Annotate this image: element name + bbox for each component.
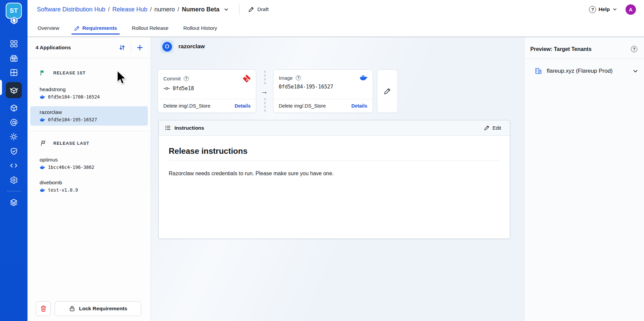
selected-app-title: razorclaw [178, 43, 205, 50]
help-button[interactable]: Help [589, 6, 618, 13]
group-divider [29, 131, 150, 131]
app-tag-text: test-v1.0.9 [48, 187, 78, 193]
release-instructions-text: Razorclaw needs credentials to run. Plea… [169, 170, 500, 178]
tenant-row-flareup[interactable]: flareup.xyz (Flareup Prod) [525, 59, 644, 75]
code-icon[interactable] [6, 161, 22, 170]
trash-icon [40, 305, 47, 312]
tab-overview[interactable]: Overview [37, 21, 60, 36]
tab-rollout-release[interactable]: Rollout Release [131, 21, 169, 36]
image-help-icon[interactable] [296, 75, 301, 80]
section-label-text: RELEASE LAST [53, 141, 89, 146]
applications-count: 4 Applications [36, 45, 116, 51]
list-icon [165, 125, 171, 131]
commit-details-link[interactable]: Details [234, 103, 251, 109]
breadcrumb-separator: / [150, 6, 152, 13]
sun-icon[interactable] [6, 132, 22, 141]
pencil-icon [74, 25, 80, 31]
commit-hash: 0fd5e18 [173, 85, 194, 91]
tab-label: Rollout Release [132, 25, 168, 31]
selected-app-header: razorclaw [160, 40, 205, 53]
help-chevron-down-icon [612, 7, 618, 12]
avatar-initial: A [629, 7, 633, 12]
app-item-optimus[interactable]: optimus 1bcc46c4-196-3862 [30, 154, 148, 173]
docker-whale-icon [40, 117, 45, 122]
edit-label: Edit [492, 125, 501, 131]
user-avatar[interactable]: A [626, 4, 636, 15]
app-tag-text: 0fd5e184-1708-16524 [48, 94, 100, 100]
app-tag-text: 0fd5e184-195-16527 [48, 117, 97, 122]
cube-icon[interactable] [6, 103, 22, 113]
preview-help-icon[interactable] [631, 46, 637, 52]
instructions-panel: Instructions Edit Release instructions R… [158, 120, 510, 239]
header-divider [239, 4, 239, 15]
commit-help-icon[interactable] [184, 76, 189, 81]
tab-label: Requirements [83, 25, 117, 31]
flag-checkered-icon [40, 140, 46, 146]
image-details-link[interactable]: Details [351, 103, 367, 109]
release-switcher-chevron-down-icon[interactable] [223, 7, 229, 12]
pencil-icon [384, 87, 391, 95]
header-divider [131, 42, 131, 53]
section-label-text: RELEASE 1ST [53, 71, 86, 75]
delete-application-button[interactable] [36, 301, 51, 316]
preview-panel: Preview: Target Tenants flareup.xyz (Fla… [524, 37, 644, 321]
applications-panel-footer: Lock Requirements [36, 301, 141, 316]
tenant-chevron-down-icon[interactable] [632, 68, 639, 74]
draft-label: Draft [257, 6, 269, 12]
app-icon-highlight [160, 40, 174, 53]
tab-bar: Overview Requirements Rollout Release Ro… [37, 21, 218, 36]
lock-requirements-label: Lock Requirements [79, 306, 127, 312]
apps-grid-icon[interactable] [6, 39, 22, 48]
layers-icon[interactable] [6, 198, 22, 207]
edit-image-button[interactable] [377, 69, 398, 113]
app-name: headstrong [40, 86, 144, 92]
breadcrumb-link-release-hub[interactable]: Release Hub [112, 6, 147, 13]
section-release-last: RELEASE LAST [28, 140, 151, 146]
tenant-name: flareup.xyz (Flareup Prod) [547, 68, 628, 74]
breadcrumb-separator: / [108, 6, 110, 13]
applications-list: RELEASE 1ST headstrong 0fd5e184-1708-165… [28, 58, 151, 196]
app-item-headstrong[interactable]: headstrong 0fd5e184-1708-16524 [30, 83, 148, 103]
breadcrumb: Software Distribution Hub / Release Hub … [37, 3, 269, 15]
preview-header: Preview: Target Tenants [525, 37, 644, 59]
tab-rollout-history[interactable]: Rollout History [182, 21, 218, 36]
pencil-icon [484, 125, 490, 131]
app-name: divebomb [40, 180, 144, 186]
app-item-razorclaw[interactable]: razorclaw 0fd5e184-195-16527 [30, 106, 148, 126]
edit-instructions-button[interactable]: Edit [481, 123, 504, 133]
app-tag-text: 1bcc46c4-196-3862 [48, 165, 94, 170]
sort-icon[interactable] [116, 42, 128, 54]
top-bar: Software Distribution Hub / Release Hub … [28, 0, 644, 37]
package-icon[interactable] [6, 82, 22, 98]
app-logo-text: ST [10, 7, 18, 14]
at-target-icon[interactable] [6, 118, 22, 127]
commit-node-icon [163, 86, 170, 91]
tab-requirements[interactable]: Requirements [73, 21, 118, 36]
applications-panel-header: 4 Applications [28, 37, 151, 58]
app-item-divebomb[interactable]: divebomb test-v1.0.9 [30, 177, 148, 196]
commit-to-image-connector: → [260, 69, 270, 113]
gear-icon[interactable] [6, 175, 22, 185]
help-label: Help [598, 6, 610, 12]
add-application-icon[interactable] [134, 42, 146, 54]
buildings-icon [535, 67, 542, 75]
shield-check-icon[interactable] [6, 146, 22, 156]
main-content: razorclaw Commit 0fd5e18 Delete img/.DS_… [151, 37, 524, 321]
image-message: Delete img/.DS_Store [279, 103, 326, 109]
table-blocks-icon[interactable] [6, 53, 22, 63]
docker-whale-icon [359, 74, 368, 81]
breadcrumb-link-hub[interactable]: Software Distribution Hub [37, 6, 105, 13]
rail-divider [7, 191, 21, 191]
instructions-title: Instructions [174, 125, 204, 131]
instructions-body: Release instructions Razorclaw needs cre… [159, 136, 510, 188]
app-brand-icon [162, 42, 172, 52]
window-grid-icon[interactable] [6, 68, 22, 77]
topbar-actions: Help A [589, 3, 636, 15]
docker-whale-icon [40, 94, 45, 100]
commit-card: Commit 0fd5e18 Delete img/.DS_Store Deta… [158, 69, 256, 113]
git-icon [242, 74, 251, 83]
app-name: razorclaw [40, 109, 144, 115]
breadcrumb-project: numero [154, 6, 175, 13]
draft-status-chip[interactable]: Draft [248, 6, 269, 12]
lock-requirements-button[interactable]: Lock Requirements [55, 301, 141, 316]
